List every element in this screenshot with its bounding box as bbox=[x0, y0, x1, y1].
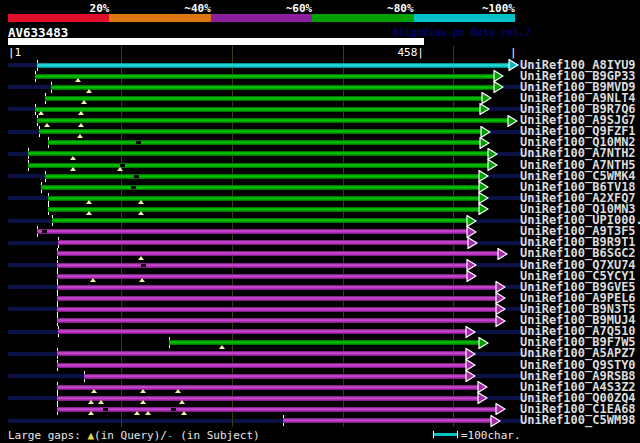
scale-segment-label: ~60% bbox=[286, 2, 313, 15]
gap-legend-mid: (in Query)/ bbox=[94, 429, 167, 442]
arrowhead-icon bbox=[497, 248, 508, 260]
alignment-bar[interactable] bbox=[57, 363, 468, 368]
query-gap-marker-icon bbox=[44, 123, 50, 127]
query-gap-marker-icon bbox=[138, 256, 144, 260]
subject-gap-marker bbox=[134, 175, 139, 178]
subject-gap-marker bbox=[171, 408, 176, 411]
alignment-bar[interactable] bbox=[37, 229, 469, 234]
arrowhead-icon bbox=[466, 226, 477, 238]
alignment-bar[interactable] bbox=[45, 174, 481, 179]
alignment-bar[interactable] bbox=[28, 163, 490, 168]
arrowhead-icon bbox=[478, 337, 489, 349]
query-gap-marker-icon bbox=[70, 167, 76, 171]
gridline bbox=[453, 46, 454, 427]
alignment-bar[interactable] bbox=[51, 85, 496, 90]
subject-gap-marker bbox=[103, 408, 108, 411]
alignment-bar[interactable] bbox=[58, 329, 468, 334]
alignment-bar[interactable] bbox=[35, 107, 482, 112]
hit-label[interactable]: UniRef100_C5WM98 bbox=[520, 415, 636, 426]
arrowhead-icon bbox=[490, 415, 501, 427]
arrowhead-icon bbox=[479, 103, 490, 115]
scale-sample-left-tick bbox=[433, 431, 434, 438]
alignment-bar[interactable] bbox=[57, 285, 498, 290]
subject-gap-marker bbox=[141, 264, 146, 267]
subject-gap-marker bbox=[131, 186, 136, 189]
scale-sample-label: =100char. bbox=[461, 429, 521, 442]
query-gap-marker-icon bbox=[75, 78, 81, 82]
alignment-bar[interactable] bbox=[41, 185, 481, 190]
query-gap-marker-icon bbox=[86, 211, 92, 215]
alignment-bar[interactable] bbox=[58, 240, 470, 245]
arrowhead-icon bbox=[466, 270, 477, 282]
gap-legend: Large gaps: ▲(in Query)/- (in Subject) bbox=[8, 429, 260, 442]
alignment-bar[interactable] bbox=[169, 340, 481, 345]
query-gap-marker-icon bbox=[140, 400, 146, 404]
scale-segment-label: ~40% bbox=[184, 2, 211, 15]
alignment-bar[interactable] bbox=[57, 296, 498, 301]
alignment-bar[interactable] bbox=[57, 274, 469, 279]
alignment-bar[interactable] bbox=[283, 418, 493, 423]
scale-segment bbox=[211, 14, 312, 22]
gridline bbox=[343, 46, 344, 427]
scale-segment-label: ~80% bbox=[387, 2, 414, 15]
query-gap-marker-icon bbox=[181, 411, 187, 415]
alignment-bar[interactable] bbox=[52, 218, 469, 223]
subject-gap-marker bbox=[42, 230, 47, 233]
arrowhead-icon bbox=[495, 315, 506, 327]
query-gap-marker-icon bbox=[86, 200, 92, 204]
ruler-start-label: |1 bbox=[8, 46, 21, 59]
arrowhead-icon bbox=[478, 203, 489, 215]
scale-segment bbox=[414, 14, 515, 22]
alignment-bar[interactable] bbox=[57, 351, 468, 356]
watermark-text: AlignView.pm Beta rel.7 bbox=[393, 27, 531, 38]
scale-segment bbox=[109, 14, 210, 22]
arrowhead-icon bbox=[467, 237, 478, 249]
alignment-bar[interactable] bbox=[45, 96, 484, 101]
query-gap-marker-icon bbox=[175, 389, 181, 393]
query-gap-marker-icon bbox=[70, 156, 76, 160]
alignment-bar[interactable] bbox=[48, 196, 481, 201]
scale-segment-label: 20% bbox=[90, 2, 110, 15]
alignment-bar[interactable] bbox=[57, 385, 480, 390]
subject-gap-marker bbox=[136, 141, 141, 144]
scale-segment bbox=[8, 14, 109, 22]
query-gap-marker-icon bbox=[134, 411, 140, 415]
query-gap-marker-icon bbox=[38, 111, 44, 115]
alignment-bar[interactable] bbox=[28, 151, 490, 156]
scale-segment bbox=[312, 14, 413, 22]
query-gap-marker-icon bbox=[91, 389, 97, 393]
alignment-bar[interactable] bbox=[57, 251, 500, 256]
alignment-bar[interactable] bbox=[37, 118, 510, 123]
query-gap-marker-icon bbox=[81, 100, 87, 104]
query-gap-marker-icon bbox=[138, 211, 144, 215]
arrowhead-icon bbox=[465, 370, 476, 382]
alignment-bar[interactable] bbox=[37, 63, 511, 68]
scale-sample-right-tick bbox=[457, 431, 458, 438]
subject-gap-icon: - bbox=[167, 429, 174, 442]
query-gap-marker-icon bbox=[219, 345, 225, 349]
alignment-bar[interactable] bbox=[57, 396, 480, 401]
query-gap-marker-icon bbox=[140, 389, 146, 393]
alignment-bar[interactable] bbox=[57, 407, 498, 412]
alignment-bar[interactable] bbox=[57, 263, 469, 268]
query-gap-marker-icon bbox=[86, 89, 92, 93]
alignment-bar[interactable] bbox=[48, 207, 481, 212]
query-gap-marker-icon bbox=[78, 111, 84, 115]
query-gap-marker-icon bbox=[139, 278, 145, 282]
alignment-bar[interactable] bbox=[57, 307, 498, 312]
query-gap-marker-icon bbox=[77, 134, 83, 138]
alignment-bar[interactable] bbox=[35, 74, 496, 79]
query-gap-marker-icon bbox=[138, 200, 144, 204]
scale-segment-label: ~100% bbox=[482, 2, 515, 15]
alignment-viewer: 20%~40%~60%~80%~100% AV633483 AlignView.… bbox=[0, 0, 640, 443]
arrowhead-icon bbox=[477, 392, 488, 404]
query-gap-marker-icon bbox=[145, 411, 151, 415]
ruler-end-label: 458| bbox=[398, 46, 425, 59]
gap-legend-prefix: Large gaps: bbox=[8, 429, 87, 442]
alignment-bar[interactable] bbox=[39, 129, 483, 134]
alignment-bar[interactable] bbox=[57, 318, 498, 323]
alignment-bar[interactable] bbox=[84, 374, 468, 379]
ruler-right-edge-tick: | bbox=[510, 46, 517, 59]
arrowhead-icon bbox=[508, 59, 519, 71]
alignment-bar[interactable] bbox=[48, 140, 482, 145]
